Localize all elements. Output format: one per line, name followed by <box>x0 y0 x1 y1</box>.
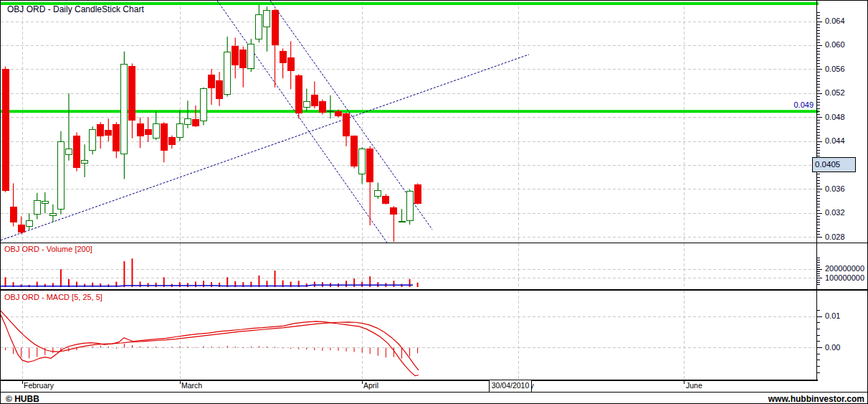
candle-body <box>272 10 278 44</box>
candle-body <box>161 124 167 151</box>
candle-body <box>383 197 389 203</box>
month-label-june: June <box>686 381 702 390</box>
candle-body <box>209 75 215 88</box>
panel-separator <box>1 289 868 291</box>
candle-body <box>201 89 207 121</box>
volume-panel-title: OBJ ORD - Volume [200] <box>4 245 92 253</box>
candle-body <box>256 15 262 39</box>
candle-body <box>192 119 199 126</box>
candle-body <box>216 81 223 99</box>
price-axis-label: 0.036 <box>825 184 845 193</box>
candles-layer <box>2 5 421 242</box>
month-label-march: March <box>181 381 202 390</box>
candle-body <box>90 129 96 150</box>
candle-body <box>26 220 32 226</box>
candle-body <box>153 124 159 138</box>
crosshair-price-box: 0.0405 <box>812 157 856 172</box>
candle-body <box>74 136 80 167</box>
candle-body <box>391 208 397 215</box>
price-axis-label: 0.060 <box>825 40 845 49</box>
candle-body <box>137 124 143 136</box>
candle-body <box>264 10 270 27</box>
candle-body <box>34 201 40 215</box>
candle-body <box>184 118 191 124</box>
chart-canvas[interactable] <box>1 1 868 404</box>
price-panel-title: OBJ ORD - Daily CandleStick Chart <box>7 4 144 14</box>
candle-body <box>240 50 247 67</box>
candle-body <box>414 184 421 203</box>
candle-body <box>319 101 325 112</box>
candle-body <box>49 213 56 215</box>
candle-body <box>82 161 88 164</box>
macd-signal-line <box>1 311 419 370</box>
panel-separator <box>1 243 868 243</box>
website-link[interactable]: www.hubbinvestor.com <box>768 394 864 404</box>
crosshair-date-box: 30/04/2010 <box>489 380 532 393</box>
candle-body <box>65 149 72 154</box>
candle-body <box>18 225 24 232</box>
candle-body <box>351 136 358 166</box>
candle-body <box>287 57 294 70</box>
candle-body <box>280 52 286 63</box>
candle-body <box>113 125 120 151</box>
price-axis-label: 0.052 <box>825 88 845 97</box>
price-axis-label: 0.028 <box>825 232 845 241</box>
macd-macd-line <box>1 315 419 376</box>
candle-body <box>176 124 183 137</box>
candle-body <box>168 137 175 144</box>
volume-axis-label: 200000000 <box>825 264 864 273</box>
chart-window: OBJ ORD - Daily CandleStick Chart OBJ OR… <box>0 0 868 404</box>
month-label-february: February <box>24 381 54 390</box>
macd-axis-label: 0.01 <box>825 311 840 320</box>
candle-body <box>2 70 9 191</box>
candle-body <box>335 111 342 116</box>
month-label-april: April <box>363 381 378 390</box>
volume-layer <box>1 258 418 287</box>
candle-body <box>327 111 333 111</box>
price-axis-label: 0.048 <box>825 113 845 121</box>
price-axis-label: 0.064 <box>825 17 845 25</box>
candle-body <box>232 46 239 65</box>
candle-body <box>10 207 16 222</box>
candle-body <box>375 190 381 196</box>
candle-body <box>97 125 104 136</box>
macd-panel-title: OBJ ORD - MACD [5, 25, 5] <box>4 293 102 301</box>
candle-body <box>121 64 128 154</box>
candle-body <box>224 52 231 94</box>
macd-layer <box>1 311 419 375</box>
trendline <box>217 1 387 243</box>
macd-axis-label: 0.00 <box>825 343 840 352</box>
copyright-label: © HUBB <box>6 394 39 404</box>
volume-ma-line <box>1 285 413 286</box>
candle-body <box>406 191 413 220</box>
price-axis-label: 0.056 <box>825 65 845 73</box>
candle-body <box>248 44 254 69</box>
volume-axis-label: 100000000 <box>825 273 864 282</box>
candle-body <box>145 129 151 135</box>
candle-body <box>359 149 366 174</box>
candle-body <box>399 222 405 222</box>
candle-body <box>57 141 64 209</box>
candle-body <box>343 114 350 136</box>
candle-body <box>129 67 135 121</box>
candle-body <box>295 76 302 113</box>
candle-body <box>42 202 48 204</box>
candle-body <box>311 95 318 106</box>
price-axis-label: 0.044 <box>825 136 845 145</box>
footer-bar: © HUBB www.hubbinvestor.com <box>1 393 868 404</box>
price-axis-label: 0.032 <box>825 208 845 217</box>
candle-body <box>303 101 310 107</box>
candle-body <box>367 149 373 182</box>
resistance-level-label: 0.049 <box>793 100 814 109</box>
candle-body <box>105 130 112 136</box>
